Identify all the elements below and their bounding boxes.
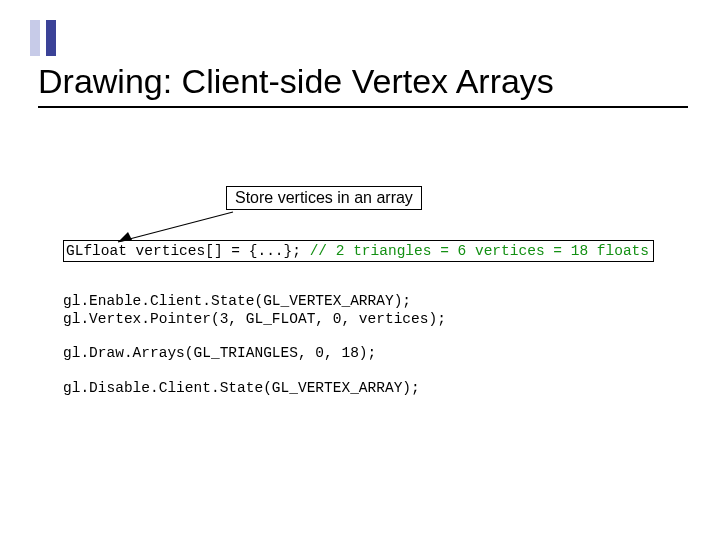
code-disable: gl.Disable.Client.State(GL_VERTEX_ARRAY)… xyxy=(63,379,660,397)
bar-light xyxy=(30,20,40,56)
page-title: Drawing: Client-side Vertex Arrays xyxy=(38,62,554,101)
code-decl-text: GLfloat vertices[] = {...}; xyxy=(66,243,310,259)
code-block: GLfloat vertices[] = {...}; // 2 triangl… xyxy=(63,240,660,397)
decorative-bars xyxy=(30,20,56,56)
svg-line-0 xyxy=(118,212,233,242)
bar-dark xyxy=(46,20,56,56)
code-pointer: gl.Vertex.Pointer(3, GL_FLOAT, 0, vertic… xyxy=(63,310,660,328)
caption-box: Store vertices in an array xyxy=(226,186,422,210)
code-comment: // 2 triangles = 6 vertices = 18 floats xyxy=(310,243,649,259)
code-enable: gl.Enable.Client.State(GL_VERTEX_ARRAY); xyxy=(63,292,660,310)
title-underline xyxy=(38,106,688,108)
code-draw: gl.Draw.Arrays(GL_TRIANGLES, 0, 18); xyxy=(63,344,660,362)
code-declaration: GLfloat vertices[] = {...}; // 2 triangl… xyxy=(63,240,654,262)
slide: Drawing: Client-side Vertex Arrays Store… xyxy=(0,0,720,540)
